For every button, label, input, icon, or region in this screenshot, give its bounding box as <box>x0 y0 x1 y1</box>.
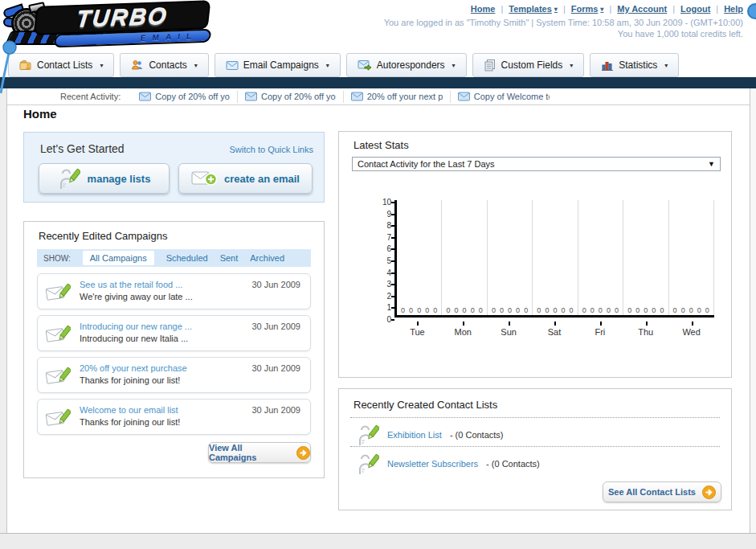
campaign-title-link[interactable]: Welcome to our email list <box>80 405 178 415</box>
contacts-icon <box>131 59 144 72</box>
tab-custom-fields[interactable]: Custom Fields▾ <box>472 53 585 77</box>
view-all-campaigns-button[interactable]: View All Campaigns <box>208 442 311 463</box>
logo-text-turbo: TURBO <box>75 3 169 33</box>
x-tick-mark <box>417 322 419 326</box>
x-tick-label: Thu <box>623 322 668 337</box>
campaign-title-link[interactable]: See us at the retail food ... <box>80 280 182 289</box>
statistics-icon <box>601 59 614 72</box>
contact-list-link[interactable]: Newsletter Subscribers <box>387 459 478 469</box>
main-navigation: Contact Lists▾Contacts▾Email Campaigns▾A… <box>0 50 756 77</box>
bar-value: 0 <box>599 306 603 314</box>
recent-campaigns-title: Recently Edited Campaigns <box>39 230 167 242</box>
campaign-title-link[interactable]: Introducing our new range ... <box>80 322 192 331</box>
bar-value: 0 <box>417 306 421 314</box>
turbo-email-logo[interactable]: TURBO EMAIL <box>3 2 219 48</box>
top-link-logout[interactable]: Logout <box>680 4 710 14</box>
recent-activity-item[interactable]: Copy of 20% off yo <box>132 91 238 103</box>
y-tick-label: 0 <box>376 315 391 324</box>
top-link-home[interactable]: Home <box>471 4 496 14</box>
filter-archived[interactable]: Archived <box>250 253 284 263</box>
campaign-subtitle: Introducing our new Italia ... <box>80 334 188 343</box>
tab-label: Contacts <box>149 59 186 71</box>
recent-activity-text: 20% off your next p <box>367 92 443 101</box>
bar-value: 0 <box>689 306 693 314</box>
y-tick-label: 2 <box>376 292 391 301</box>
top-link-help[interactable]: Help <box>724 4 743 14</box>
person-pencil-icon <box>357 423 379 447</box>
bar-value: 0 <box>590 306 595 314</box>
right-margin-strip <box>750 88 756 533</box>
create-an-email-button[interactable]: create an email <box>178 163 313 194</box>
recent-activity-item[interactable]: 20% off your next p <box>344 91 451 103</box>
top-link-my-account[interactable]: My Account <box>617 4 667 14</box>
stats-period-select[interactable]: Contact Activity for the Last 7 Days ▼ <box>352 157 721 171</box>
recent-campaigns-panel: Recently Edited Campaigns SHOW: All Camp… <box>23 221 325 478</box>
switch-to-quick-links-link[interactable]: Switch to Quick Links <box>229 145 313 154</box>
tab-statistics[interactable]: Statistics▾ <box>590 53 679 77</box>
get-started-title: Let's Get Started <box>40 142 125 155</box>
contact-list-detail: - (0 Contacts) <box>486 459 540 469</box>
envelope-pencil-icon <box>45 281 71 305</box>
tab-email-campaigns[interactable]: Email Campaigns▾ <box>215 53 341 77</box>
contact-list-row: Exhibition List- (0 Contacts) <box>357 422 504 448</box>
tab-label: Statistics <box>619 59 657 71</box>
top-link-templates[interactable]: Templates▾ <box>509 4 558 14</box>
separator: | <box>609 4 611 14</box>
envelope-icon <box>139 92 151 101</box>
filter-sent[interactable]: Sent <box>220 253 239 263</box>
bar-value: 0 <box>455 306 459 314</box>
see-all-contact-lists-button[interactable]: See All Contact Lists <box>603 481 721 502</box>
tab-label: Custom Fields <box>501 59 563 71</box>
tab-contacts[interactable]: Contacts▾ <box>120 53 208 77</box>
recent-activity-text: Copy of 20% off yo <box>261 92 336 101</box>
filter-scheduled[interactable]: Scheduled <box>166 253 208 263</box>
bar-value: 0 <box>492 306 496 314</box>
bar-value: 0 <box>652 306 656 314</box>
bar-value: 0 <box>635 306 640 314</box>
credits-info: You have 1,000 total credits left. <box>618 29 743 39</box>
bar-value-labels: 00000 <box>397 306 441 314</box>
recent-activity-item[interactable]: Copy of 20% off yo <box>238 91 344 103</box>
x-tick-mark <box>692 322 693 326</box>
contact-list-detail: - (0 Contacts) <box>450 430 504 440</box>
chevron-down-icon: ▾ <box>100 62 103 69</box>
contact-list-row: Newsletter Subscribers- (0 Contacts) <box>357 451 540 477</box>
dotted-separator <box>350 417 720 418</box>
bar-value-labels: 00000 <box>488 306 532 314</box>
chevron-down-icon: ▾ <box>600 6 603 13</box>
help-bubble-icon[interactable] <box>747 3 756 19</box>
x-tick-label: Sun <box>486 322 532 337</box>
login-info: You are logged in as "Timothy Smith" | S… <box>384 18 743 27</box>
bar-value: 0 <box>660 306 664 314</box>
tab-label: Email Campaigns <box>243 59 319 71</box>
custom-fields-icon <box>484 59 497 72</box>
bar-value: 0 <box>607 306 611 314</box>
y-tick-label: 1 <box>376 303 391 312</box>
envelope-pencil-icon <box>45 364 71 388</box>
chart-y-axis: 012345678910 <box>376 200 391 320</box>
recent-activity-bar: Recent Activity: Copy of 20% off yoCopy … <box>7 88 750 105</box>
chevron-down-icon: ▾ <box>452 62 456 69</box>
campaign-row: See us at the retail food ...We're givin… <box>37 273 311 309</box>
campaign-row: 20% off your next purchaseThanks for joi… <box>37 357 311 393</box>
arrow-circle-icon <box>702 485 716 499</box>
bar-value: 0 <box>705 306 709 314</box>
recent-activity-item[interactable]: Copy of Welcome to <box>451 91 557 103</box>
envelope-pencil-icon <box>45 406 71 430</box>
bar-value: 0 <box>409 306 413 314</box>
chevron-down-icon: ▼ <box>708 160 715 168</box>
chart-x-axis: TueMonSunSatFriThuWed <box>394 322 714 337</box>
contact-list-link[interactable]: Exhibition List <box>387 430 442 440</box>
top-link-forms[interactable]: Forms▾ <box>571 4 604 14</box>
campaign-title-link[interactable]: 20% off your next purchase <box>80 363 187 373</box>
bar-value-labels: 00000 <box>669 306 713 314</box>
tab-autoresponders[interactable]: Autoresponders▾ <box>346 53 467 77</box>
page-title: Home <box>23 107 57 121</box>
separator: | <box>672 4 675 14</box>
x-tick-label: Fri <box>577 322 623 337</box>
filter-all-campaigns[interactable]: All Campaigns <box>83 251 154 265</box>
manage-lists-button[interactable]: manage lists <box>39 163 170 194</box>
x-tick-mark <box>600 322 602 326</box>
chevron-down-icon: ▾ <box>326 62 329 69</box>
recent-contact-lists-panel: Recently Created Contact Lists See All C… <box>338 388 732 510</box>
